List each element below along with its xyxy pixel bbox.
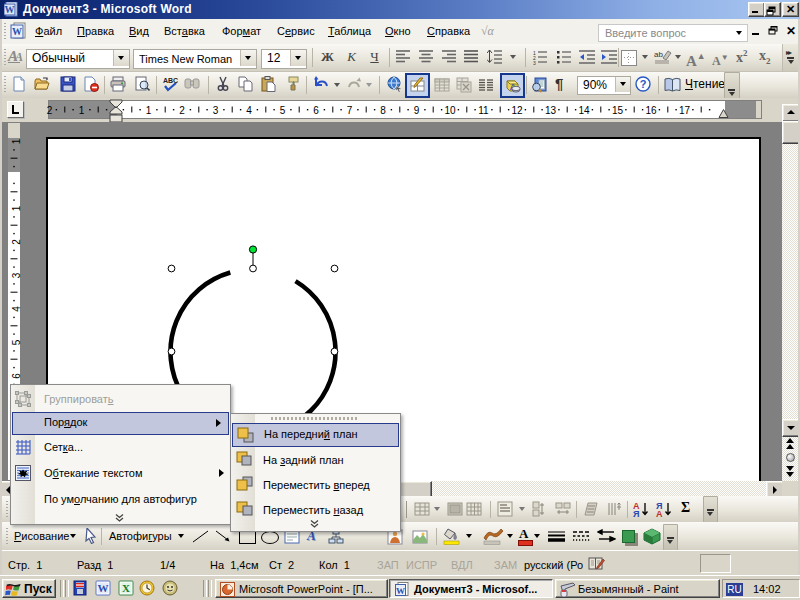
svg-text:2: 2 [47, 105, 53, 116]
svg-text:4: 4 [246, 105, 252, 116]
svg-text:1: 1 [79, 105, 85, 116]
svg-text:W: W [98, 582, 109, 594]
svg-text:1: 1 [146, 105, 152, 116]
svg-text:W: W [5, 4, 15, 15]
svg-text:W: W [396, 586, 405, 596]
svg-text:10: 10 [444, 105, 456, 116]
svg-text:2: 2 [179, 105, 185, 116]
svg-text:6: 6 [313, 105, 319, 116]
svg-text:9: 9 [414, 105, 420, 116]
svg-text:Я: Я [633, 509, 639, 517]
svg-text:?: ? [640, 78, 647, 90]
svg-text:3: 3 [533, 60, 536, 65]
svg-text:12: 12 [511, 105, 523, 116]
svg-text:11: 11 [478, 105, 489, 116]
svg-text:X: X [122, 582, 130, 594]
svg-text:13: 13 [545, 105, 557, 116]
svg-text:7: 7 [347, 105, 353, 116]
svg-text:14: 14 [578, 105, 590, 116]
svg-text:ab: ab [654, 50, 663, 59]
svg-text:W: W [12, 26, 22, 37]
svg-text:3: 3 [213, 105, 219, 116]
svg-text:17: 17 [679, 105, 691, 116]
svg-text:15: 15 [612, 105, 624, 116]
svg-text:8: 8 [380, 105, 386, 116]
svg-text:5: 5 [280, 105, 286, 116]
svg-text:А: А [656, 509, 663, 517]
svg-text:16: 16 [645, 105, 657, 116]
